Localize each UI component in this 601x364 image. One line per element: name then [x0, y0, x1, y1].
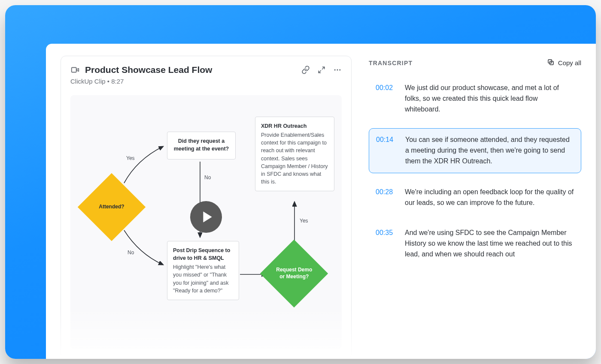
transcript-text: We just did our product showcase, and me…: [405, 83, 574, 114]
transcript-row[interactable]: 00:02 We just did our product showcase, …: [369, 77, 581, 120]
videocam-icon: [70, 65, 80, 75]
svg-point-1: [334, 69, 336, 71]
transcript-text: We're including an open feedback loop fo…: [405, 187, 574, 208]
clip-preview[interactable]: Attended? Yes No Did they request a meet…: [70, 95, 342, 349]
clip-header: Product Showcase Lead Flow: [70, 65, 342, 75]
clip-title-group: Product Showcase Lead Flow: [70, 65, 296, 75]
copy-icon: [547, 58, 555, 67]
app-window: Product Showcase Lead Flow ClickUp Clip …: [5, 5, 596, 359]
flow-box-drip-title: Post Drip Sequence to drive to HR & SMQL: [173, 247, 233, 262]
transcript-row[interactable]: 00:35 And we're using SFDC to see the Ca…: [369, 222, 581, 265]
content-panel: Product Showcase Lead Flow ClickUp Clip …: [46, 44, 596, 359]
copy-all-button[interactable]: Copy all: [547, 58, 581, 67]
transcript-time: 00:35: [376, 228, 397, 259]
transcript-header: TRANSCRIPT Copy all: [369, 58, 581, 67]
expand-icon[interactable]: [318, 66, 325, 74]
transcript-text: You can see if someone attended, and the…: [405, 135, 574, 166]
flow-box-outreach-title: XDR HR Outreach: [261, 122, 328, 130]
transcript-list: 00:02 We just did our product showcase, …: [369, 77, 581, 266]
play-button[interactable]: [190, 201, 222, 233]
flow-label-no2: No: [204, 174, 211, 180]
flow-box-drip-body: Highlight "Here's what you missed" or "T…: [173, 263, 233, 295]
transcript-row[interactable]: 00:28 We're including an open feedback l…: [369, 181, 581, 214]
svg-point-3: [339, 69, 340, 71]
clip-title: Product Showcase Lead Flow: [85, 65, 212, 75]
clip-card: Product Showcase Lead Flow ClickUp Clip …: [61, 56, 352, 359]
svg-point-2: [337, 69, 338, 71]
flow-decision-demo-label: Request Demo or Meeting?: [275, 267, 313, 280]
clip-meta: ClickUp Clip • 8:27: [70, 78, 342, 85]
transcript-panel: TRANSCRIPT Copy all 00:02 We just did ou…: [369, 56, 581, 359]
flow-box-outreach-body: Provide Enablement/Sales context for thi…: [261, 131, 328, 186]
play-icon: [202, 211, 213, 223]
flow-box-drip: Post Drip Sequence to drive to HR & SMQL…: [167, 241, 239, 300]
svg-rect-0: [72, 68, 76, 72]
flow-label-yes2: Yes: [300, 218, 308, 224]
flow-box-outreach: XDR HR Outreach Provide Enablement/Sales…: [255, 117, 334, 191]
flow-label-yes1: Yes: [126, 155, 135, 161]
flow-label-no1: No: [127, 250, 134, 256]
transcript-heading: TRANSCRIPT: [369, 60, 413, 66]
flow-box-meeting-title: Did they request a meeting at the event?: [173, 137, 230, 153]
flow-box-meeting: Did they request a meeting at the event?: [167, 132, 236, 159]
link-icon[interactable]: [301, 66, 310, 74]
transcript-text: And we're using SFDC to see the Campaign…: [405, 228, 574, 259]
more-icon[interactable]: [333, 66, 342, 74]
transcript-time: 00:28: [376, 187, 397, 208]
copy-all-label: Copy all: [558, 59, 581, 66]
transcript-time: 00:02: [376, 83, 397, 114]
transcript-time: 00:14: [376, 135, 398, 166]
transcript-row[interactable]: 00:14 You can see if someone attended, a…: [369, 128, 581, 173]
clip-title-block: Product Showcase Lead Flow: [85, 65, 212, 75]
flow-decision-attended-label: Attended?: [99, 204, 124, 211]
clip-actions: [301, 66, 342, 74]
